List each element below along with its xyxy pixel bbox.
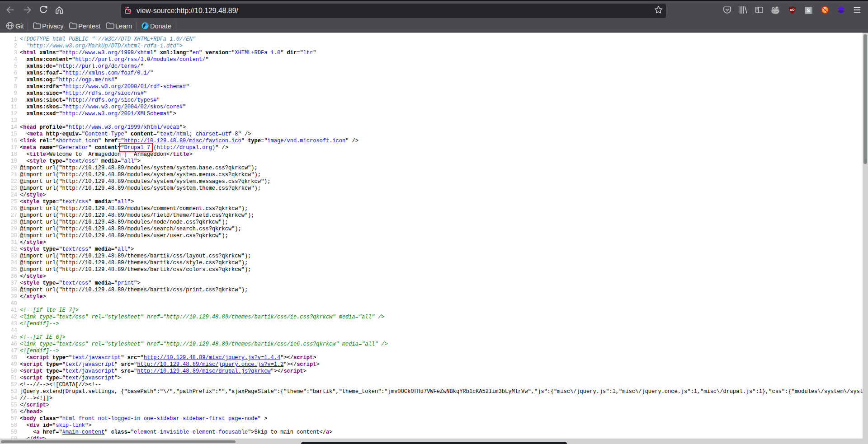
svg-text:S: S — [807, 8, 810, 13]
svg-text:uO: uO — [790, 8, 795, 11]
